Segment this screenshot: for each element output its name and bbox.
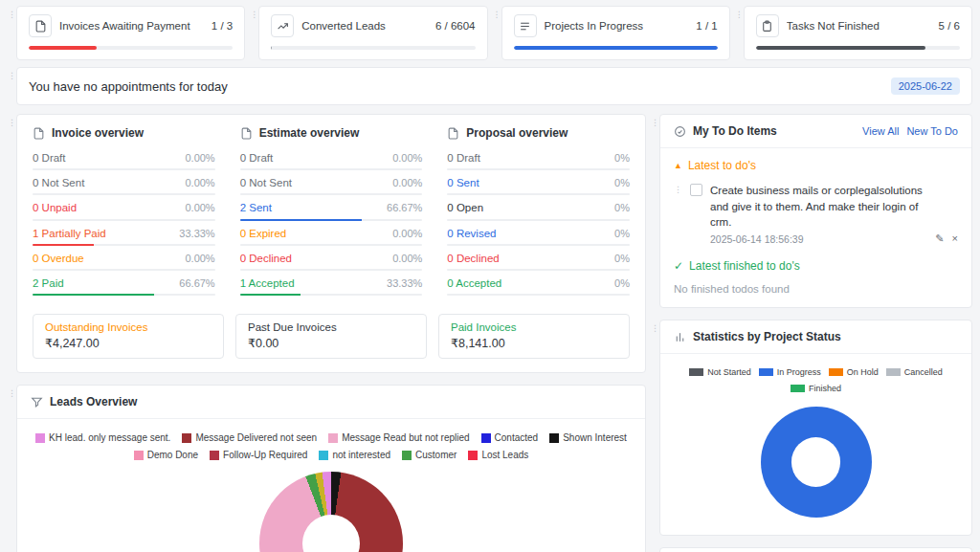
drag-handle-icon[interactable]: ⋮⋮ xyxy=(8,6,16,60)
finance-box-amount: ₹8,141.00 xyxy=(451,336,617,350)
stat-card-projects-in-progress[interactable]: Projects In Progress 1 / 1 xyxy=(501,6,730,60)
stat-card-unit: ⋮⋮ Converted Leads 6 / 6604 xyxy=(250,6,487,60)
legend-label: Demo Done xyxy=(147,450,198,460)
progress-bar xyxy=(271,46,475,50)
estimate-overview-column: Estimate overview 0 Draft 0.00% xyxy=(240,126,423,302)
legend-item: On Hold xyxy=(829,367,879,377)
drag-handle-icon[interactable]: ⋮⋮ xyxy=(735,6,744,60)
drag-handle-icon[interactable]: ⋮⋮ xyxy=(651,320,659,536)
overview-row-label[interactable]: 0 Draft xyxy=(447,152,480,165)
project-status-donut-chart xyxy=(761,407,872,518)
legend-swatch xyxy=(328,433,338,443)
legend-swatch xyxy=(689,368,703,376)
legend-item: Message Delivered not seen xyxy=(182,432,317,443)
overview-row: 0 Open 0% xyxy=(447,202,630,220)
overview-row-label[interactable]: 2 Sent xyxy=(240,202,272,214)
overview-row: 0 Accepted 0% xyxy=(447,277,630,296)
overview-row-label[interactable]: 0 Not Sent xyxy=(240,177,292,189)
drag-handle-icon[interactable]: ⋮⋮ xyxy=(8,67,16,105)
legend-swatch xyxy=(829,368,843,376)
stat-label: Tasks Not Finished xyxy=(787,20,880,32)
overview-row-label[interactable]: 0 Overdue xyxy=(33,253,84,265)
legend-label: Not Started xyxy=(707,367,751,377)
stat-value: 6 / 6604 xyxy=(430,20,476,32)
legend-swatch xyxy=(402,451,412,460)
view-all-link[interactable]: View All xyxy=(862,125,899,137)
document-icon xyxy=(33,127,45,140)
overview-row-label[interactable]: 0 Declined xyxy=(240,253,292,265)
overview-row-label[interactable]: 1 Partially Paid xyxy=(33,228,106,240)
overview-row: 0 Not Sent 0.00% xyxy=(33,177,215,195)
overview-row-bar xyxy=(240,244,423,246)
overview-row-label[interactable]: 0 Expired xyxy=(240,228,287,240)
overview-row-bar xyxy=(447,219,630,221)
overview-row-label[interactable]: 0 Revised xyxy=(447,228,496,240)
overview-row-bar xyxy=(240,219,423,221)
overview-row-percent: 0.00% xyxy=(392,228,422,240)
overview-row: 2 Paid 66.67% xyxy=(33,277,215,296)
legend-swatch xyxy=(759,368,773,376)
overview-row-label[interactable]: 0 Unpaid xyxy=(33,202,77,214)
overview-row-label[interactable]: 0 Draft xyxy=(240,152,274,165)
date-badge[interactable]: 2025-06-22 xyxy=(891,77,960,95)
legend-label: Shown Interest xyxy=(563,432,627,443)
finished-todos-heading: Latest finished to do's xyxy=(689,259,800,273)
main-area: ⋮⋮ Invoice overview xyxy=(8,114,972,552)
overview-row-label[interactable]: 2 Paid xyxy=(33,277,64,290)
overview-row-label[interactable]: 0 Open xyxy=(447,202,483,214)
overview-row: 0 Overdue 0.00% xyxy=(33,253,215,271)
overview-row: 1 Accepted 33.33% xyxy=(240,277,423,296)
legend-item: not interested xyxy=(319,450,390,460)
drag-handle-icon[interactable]: ⋮⋮ xyxy=(8,114,16,373)
legend-item: Message Read but not replied xyxy=(328,432,469,443)
legend-swatch xyxy=(481,433,491,443)
todo-widget: ⋮⋮ My To Do Items View All New To Do ▲ xyxy=(651,114,972,308)
legend-label: Follow-Up Required xyxy=(223,450,307,460)
delete-icon[interactable]: × xyxy=(952,232,958,245)
overview-row-percent: 0% xyxy=(614,277,630,290)
overview-row-label[interactable]: 1 Accepted xyxy=(240,277,295,290)
overview-row-bar xyxy=(240,294,423,296)
edit-icon[interactable]: ✎ xyxy=(935,232,944,245)
overview-row-percent: 66.67% xyxy=(179,277,214,290)
project-status-widget: ⋮⋮ Statistics by Project Status Not St xyxy=(651,320,972,536)
legend-swatch xyxy=(134,451,144,460)
invoice-overview-column: Invoice overview 0 Draft 0.00% xyxy=(33,126,215,302)
no-finished-todos-message: No finished todos found xyxy=(674,283,958,295)
progress-bar xyxy=(29,46,233,50)
legend-swatch xyxy=(319,451,328,460)
todo-text: Create business mails or corplegalsoluti… xyxy=(710,183,927,231)
overview-row-label[interactable]: 0 Accepted xyxy=(447,277,501,290)
drag-handle-icon[interactable]: ⋮⋮ xyxy=(493,6,501,60)
legend-label: Finished xyxy=(809,384,841,393)
progress-bar xyxy=(756,46,960,50)
legend-item: Follow-Up Required xyxy=(210,450,307,460)
legend-swatch xyxy=(791,385,805,392)
new-todo-link[interactable]: New To Do xyxy=(906,125,958,137)
todo-checkbox[interactable] xyxy=(690,184,702,196)
legend-label: KH lead. only message sent. xyxy=(49,432,170,443)
overview-row-label[interactable]: 0 Draft xyxy=(33,152,66,165)
overview-row-label[interactable]: 0 Declined xyxy=(447,253,499,265)
stat-card-invoices-awaiting-payment[interactable]: Invoices Awaiting Payment 1 / 3 xyxy=(16,6,245,60)
stat-card-unit: ⋮⋮ Invoices Awaiting Payment 1 / 3 xyxy=(8,6,245,60)
overview-row-percent: 0.00% xyxy=(185,177,214,189)
overview-row-label[interactable]: 0 Sent xyxy=(447,177,479,189)
overview-row-label[interactable]: 0 Not Sent xyxy=(33,177,84,189)
drag-handle-icon[interactable]: ⋮⋮ xyxy=(651,547,659,552)
overview-row-percent: 0.00% xyxy=(392,253,422,265)
stat-card-tasks-not-finished[interactable]: Tasks Not Finished 5 / 6 xyxy=(744,6,972,60)
appointments-widget: ⋮⋮ You have no appointments for today 20… xyxy=(8,67,972,105)
overview-row-bar xyxy=(447,244,630,246)
drag-handle-icon[interactable]: ⋮⋮ xyxy=(651,114,659,308)
drag-handle-icon[interactable]: ⋮⋮ xyxy=(250,6,258,60)
stat-label: Invoices Awaiting Payment xyxy=(59,20,190,32)
legend-label: Contacted xyxy=(495,432,539,443)
overview-title: Invoice overview xyxy=(52,126,144,140)
stat-label: Converted Leads xyxy=(301,20,386,32)
legend-item: Not Started xyxy=(689,367,751,377)
stat-card-converted-leads[interactable]: Converted Leads 6 / 6604 xyxy=(258,6,487,60)
drag-handle-icon[interactable]: ⋮ xyxy=(674,183,682,194)
stat-cards-row: ⋮⋮ Invoices Awaiting Payment 1 / 3 ⋮⋮ xyxy=(8,6,972,60)
drag-handle-icon[interactable]: ⋮⋮ xyxy=(8,385,16,552)
